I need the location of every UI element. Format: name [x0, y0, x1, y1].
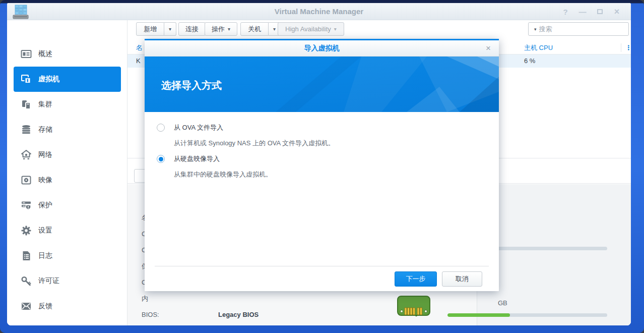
dialog-close-icon[interactable]: ×: [486, 40, 491, 56]
dialog-title: 导入虚拟机: [145, 40, 499, 56]
sidebar-item-overview[interactable]: 概述: [14, 45, 121, 63]
sidebar-item-storage[interactable]: 存储: [14, 121, 121, 139]
column-header-name[interactable]: 名: [136, 41, 143, 54]
disc-image-icon: [21, 175, 32, 186]
sidebar-item-label: 反馈: [38, 302, 52, 311]
maximize-box: [597, 9, 603, 14]
new-dropdown-caret-icon[interactable]: ▾: [164, 22, 176, 36]
storage-icon: [21, 124, 32, 135]
sidebar: 概述 虚拟机 集群: [7, 20, 127, 325]
vm-icon: [21, 74, 32, 85]
high-availability-button[interactable]: High Availability ▾: [278, 22, 344, 36]
dialog-footer-divider: [155, 266, 489, 266]
action-caret-icon: ▾: [228, 26, 230, 32]
sidebar-item-label: 保护: [38, 201, 52, 210]
log-icon: [21, 250, 32, 261]
sidebar-item-image[interactable]: 映像: [14, 171, 121, 189]
sidebar-item-network[interactable]: 网络: [14, 146, 121, 164]
settings-icon: [21, 225, 32, 236]
memory-usage-fill: [447, 313, 510, 317]
action-button[interactable]: 操作 ▾: [205, 22, 237, 36]
dialog-body: 从 OVA 文件导入 从计算机或 Synology NAS 上的 OVA 文件导…: [145, 112, 499, 266]
bios-value: Legacy BIOS: [218, 310, 259, 319]
action-button-label: 操作: [212, 25, 225, 34]
sidebar-item-settings[interactable]: 设置: [14, 221, 121, 240]
memory-unit-label: GB: [498, 299, 507, 307]
sidebar-item-cluster[interactable]: 集群: [14, 95, 121, 114]
app-surface: Virtual Machine Manager ? — × 概述: [7, 3, 631, 325]
vm-name-cell: K: [136, 54, 141, 68]
sidebar-item-label: 虚拟机: [38, 75, 59, 84]
search-input[interactable]: [538, 25, 629, 33]
protection-icon: [21, 200, 32, 211]
sidebar-item-label: 日志: [38, 251, 52, 260]
maximize-icon[interactable]: [595, 7, 605, 17]
search-scope-caret-icon[interactable]: ▾: [534, 27, 537, 32]
sidebar-item-virtual-machine[interactable]: 虚拟机: [14, 67, 121, 92]
shutdown-button[interactable]: 关机: [240, 22, 269, 36]
window-controls: ? — ×: [560, 3, 622, 20]
cancel-button[interactable]: 取消: [442, 271, 482, 287]
option-desc-disk-image: 从集群中的硬盘映像导入虚拟机。: [174, 170, 272, 179]
detail-label: 内: [142, 294, 148, 303]
new-button[interactable]: 新增: [136, 22, 164, 36]
sidebar-item-label: 许可证: [38, 276, 59, 286]
vmm-window: Virtual Machine Manager ? — × 概述: [0, 0, 644, 333]
sidebar-item-label: 存储: [38, 125, 52, 134]
sidebar-item-protection[interactable]: 保护: [14, 196, 121, 214]
dialog-banner: 选择导入方式: [145, 57, 499, 112]
sidebar-item-feedback[interactable]: 反馈: [14, 297, 121, 315]
option-label-disk-image[interactable]: 从硬盘映像导入: [174, 154, 220, 163]
sidebar-item-label: 映像: [38, 176, 52, 185]
connect-button[interactable]: 连接: [178, 22, 206, 36]
column-separator: [621, 43, 621, 52]
import-vm-dialog: 导入虚拟机 ×: [145, 39, 499, 291]
minimize-icon[interactable]: —: [577, 7, 588, 17]
option-desc-ova: 从计算机或 Synology NAS 上的 OVA 文件导入虚拟机。: [174, 139, 335, 148]
bios-label: BIOS:: [142, 310, 159, 319]
option-label-ova[interactable]: 从 OVA 文件导入: [174, 123, 223, 132]
vm-cpu-cell: 6 %: [524, 54, 535, 68]
column-header-host-cpu[interactable]: 主机 CPU: [524, 41, 553, 54]
next-button[interactable]: 下一步: [395, 271, 437, 287]
high-availability-label: High Availability: [285, 25, 331, 33]
sidebar-item-label: 概述: [38, 49, 52, 59]
column-options-icon[interactable]: ⋮: [625, 41, 631, 54]
shutdown-split-button: 关机 ▾: [240, 22, 281, 36]
radio-import-from-disk-image[interactable]: [157, 155, 165, 163]
sidebar-item-log[interactable]: 日志: [14, 247, 121, 265]
cluster-icon: [21, 99, 32, 110]
sidebar-item-label: 集群: [38, 100, 52, 109]
close-icon[interactable]: ×: [612, 7, 622, 17]
window-title: Virtual Machine Manager: [7, 3, 631, 20]
dialog-step-title: 选择导入方式: [161, 79, 222, 92]
sidebar-item-label: 网络: [38, 150, 52, 159]
radio-import-from-ova[interactable]: [157, 124, 165, 132]
license-icon: [21, 275, 32, 287]
sidebar-item-label: 设置: [38, 226, 52, 235]
network-icon: [21, 149, 32, 160]
memory-chip-icon: [397, 296, 430, 319]
title-bar: Virtual Machine Manager ? — ×: [7, 3, 631, 20]
search-box: ▾: [528, 22, 629, 36]
ha-caret-icon: ▾: [334, 26, 337, 32]
help-icon[interactable]: ?: [560, 7, 570, 17]
memory-usage-bar: [447, 313, 607, 317]
sidebar-item-license[interactable]: 许可证: [14, 272, 121, 290]
dialog-header: 导入虚拟机 ×: [145, 40, 499, 57]
new-split-button: 新增 ▾: [136, 22, 176, 36]
feedback-icon: [21, 301, 32, 312]
overview-icon: [21, 48, 32, 60]
